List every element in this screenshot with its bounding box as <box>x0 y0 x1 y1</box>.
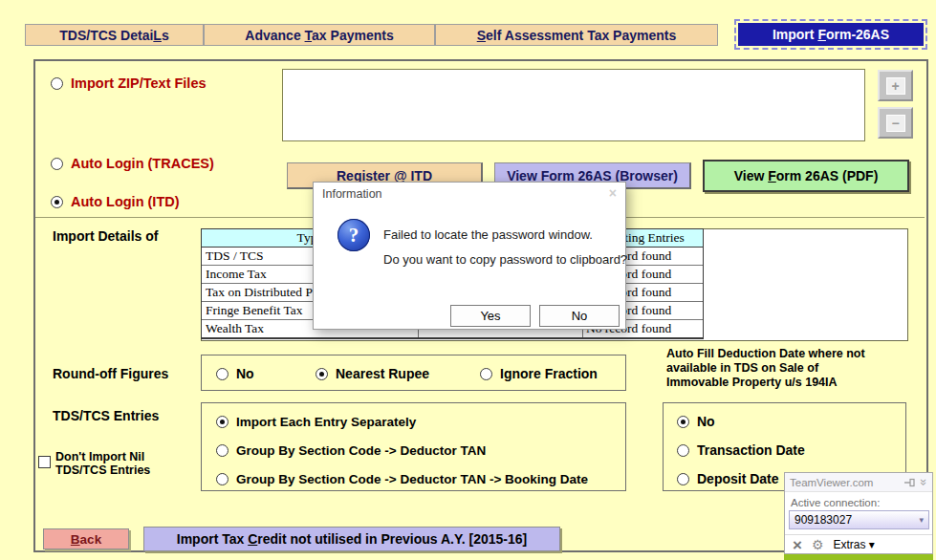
tab-label: Self Assessment Tax Payments <box>477 28 677 43</box>
radio-roundoff-nearest-rupee[interactable]: Nearest Rupee <box>316 366 429 381</box>
tab-label: TDS/TCS DetaiLs <box>59 28 168 43</box>
radio-import-zip-text-files[interactable]: Import ZIP/Text Files <box>51 75 207 91</box>
dialog-message-line2: Do you want to copy password to clipboar… <box>383 252 627 267</box>
tab-label: Import Form-26AS <box>773 27 889 42</box>
question-icon: ? <box>337 219 370 251</box>
add-file-button[interactable]: + <box>878 70 913 101</box>
no-button[interactable]: No <box>539 305 620 327</box>
radio-auto-login-itd[interactable]: Auto Login (ITD) <box>51 194 180 209</box>
back-button[interactable]: Back <box>43 528 129 549</box>
minus-icon: − <box>886 115 905 132</box>
yes-button[interactable]: Yes <box>450 305 531 327</box>
teamviewer-status-strip <box>784 554 933 560</box>
close-connection-icon[interactable]: × <box>793 537 802 553</box>
radio-import-each-entry[interactable]: Import Each Entry Separately <box>216 414 416 429</box>
radio-icon <box>216 473 229 485</box>
import-details-label: Import Details of <box>53 228 158 244</box>
teamviewer-toolbar: × ⚙ Extras ▾ <box>785 534 932 554</box>
radio-label: Auto Login (ITD) <box>71 194 180 209</box>
radio-icon <box>216 368 229 380</box>
gear-icon[interactable]: ⚙ <box>812 537 824 552</box>
radio-label: Import ZIP/Text Files <box>71 75 207 91</box>
radio-group-by-section-tan-booking[interactable]: Group By Section Code -> Deductor TAN ->… <box>216 471 588 486</box>
tds-entries-label: TDS/TCS Entries <box>53 408 159 423</box>
radio-label: Auto Login (TRACES) <box>71 156 214 171</box>
close-icon[interactable]: × <box>609 185 617 201</box>
dialog-message-line1: Failed to locate the password window. <box>383 227 593 242</box>
teamviewer-panel: TeamViewer.com » Active connection: 9091… <box>784 472 933 554</box>
remove-file-button[interactable]: − <box>878 107 913 139</box>
radio-icon <box>480 368 492 380</box>
information-dialog: Information × ? Failed to locate the pas… <box>313 182 626 330</box>
collapse-chevrons-icon[interactable]: » <box>917 479 931 485</box>
radio-transaction-date[interactable]: Transaction Date <box>677 442 805 458</box>
tab-self-assessment-tax-payments[interactable]: Self Assessment Tax Payments <box>435 24 718 46</box>
plus-icon: + <box>886 77 905 95</box>
radio-deposit-date[interactable]: Deposit Date <box>677 471 779 486</box>
radio-roundoff-no[interactable]: No <box>216 366 254 381</box>
radio-icon <box>216 416 229 428</box>
radio-auto-login-traces[interactable]: Auto Login (TRACES) <box>51 156 214 171</box>
zip-file-list[interactable] <box>282 69 865 141</box>
extras-menu[interactable]: Extras ▾ <box>834 538 875 551</box>
dont-import-nil-label: Don't Import Nil TDS/TCS Entries <box>55 450 150 477</box>
teamviewer-header[interactable]: TeamViewer.com » <box>785 473 932 492</box>
radio-roundoff-ignore-fraction[interactable]: Ignore Fraction <box>480 366 598 381</box>
app-window: TDS/TCS DetaiLs Advance Tax Payments Sel… <box>0 0 936 560</box>
view-form-26as-pdf-button[interactable]: View Form 26AS (PDF) <box>703 160 909 192</box>
tab-advance-tax-payments[interactable]: Advance Tax Payments <box>204 24 435 46</box>
dont-import-nil-checkbox[interactable] <box>38 456 51 468</box>
radio-icon <box>677 473 689 485</box>
active-connection-label: Active connection: <box>791 497 880 508</box>
tab-import-form-26as[interactable]: Import Form-26AS <box>738 23 924 46</box>
radio-icon <box>51 196 63 208</box>
radio-icon <box>51 158 63 170</box>
dialog-title: Information <box>322 187 382 201</box>
radio-icon <box>677 444 689 457</box>
teamviewer-title: TeamViewer.com <box>790 477 900 488</box>
tab-tds-tcs-details[interactable]: TDS/TCS DetaiLs <box>25 24 204 46</box>
radio-icon <box>316 368 328 380</box>
tab-label: Advance Tax Payments <box>245 28 393 43</box>
radio-icon <box>216 444 229 457</box>
radio-date-no[interactable]: No <box>677 414 715 429</box>
pin-icon[interactable] <box>904 477 916 488</box>
import-tax-credit-button[interactable]: Import Tax Credit not utilised in Previo… <box>143 527 560 551</box>
radio-icon <box>677 416 689 428</box>
radio-icon <box>51 77 63 90</box>
chevron-down-icon: ▾ <box>919 515 924 525</box>
connection-id: 909183027 <box>795 513 919 527</box>
radio-group-by-section-tan[interactable]: Group By Section Code -> Deductor TAN <box>216 442 486 458</box>
round-off-label: Round-off Figures <box>53 366 168 381</box>
auto-fill-note: Auto Fill Deduction Date where not avail… <box>666 347 907 390</box>
connection-dropdown[interactable]: 909183027 ▾ <box>789 510 929 529</box>
